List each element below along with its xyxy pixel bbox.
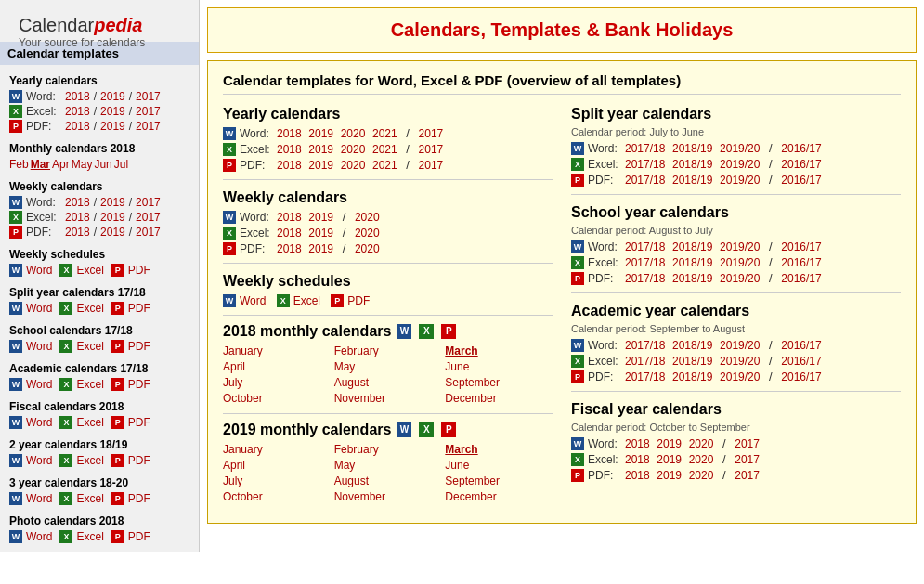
yearly-word-2020[interactable]: 2020 [341, 127, 366, 140]
sidebar-3year-word[interactable]: Word [26, 492, 52, 505]
yearly-excel-2017[interactable]: 2017 [419, 143, 444, 156]
fiscal-word-2019[interactable]: 2019 [657, 437, 682, 450]
sidebar-ws-excel[interactable]: Excel [76, 264, 103, 277]
sidebar-2year-pdf[interactable]: PDF [128, 454, 150, 467]
month-2018-jul[interactable]: July [223, 375, 331, 390]
school-pdf-1819[interactable]: 2018/19 [672, 272, 712, 285]
yearly-word-2018[interactable]: 2018 [277, 127, 302, 140]
sidebar-academic-pdf[interactable]: PDF [128, 378, 150, 391]
month-2019-may[interactable]: May [334, 458, 442, 473]
sidebar-weekly-excel-2018[interactable]: 2018 [65, 211, 90, 224]
fiscal-pdf-2018[interactable]: 2018 [625, 469, 650, 482]
sidebar-weekly-word-2019[interactable]: 2019 [100, 196, 125, 209]
sidebar-fiscal2018-excel[interactable]: Excel [76, 416, 103, 429]
split-pdf-1920[interactable]: 2019/20 [720, 174, 760, 187]
sidebar-weekly-excel-2017[interactable]: 2017 [136, 211, 161, 224]
sidebar-yearly-pdf-2018[interactable]: 2018 [65, 120, 90, 133]
yearly-pdf-2021[interactable]: 2021 [372, 159, 397, 172]
sidebar-weekly-word-2017[interactable]: 2017 [136, 196, 161, 209]
month-2019-oct[interactable]: October [223, 489, 331, 504]
yearly-word-2021[interactable]: 2021 [372, 127, 397, 140]
month-2019-jan[interactable]: January [223, 442, 331, 457]
split-word-1819[interactable]: 2018/19 [672, 142, 712, 155]
fiscal-excel-2019[interactable]: 2019 [657, 453, 682, 466]
school-pdf-1718[interactable]: 2017/18 [625, 272, 665, 285]
main-ws-word[interactable]: Word [240, 294, 266, 307]
fiscal-pdf-2019[interactable]: 2019 [657, 469, 682, 482]
yearly-excel-2018[interactable]: 2018 [277, 143, 302, 156]
main-ws-excel[interactable]: Excel [293, 294, 320, 307]
weekly-excel-2018[interactable]: 2018 [277, 227, 302, 240]
academic-excel-1617[interactable]: 2016/17 [781, 355, 821, 368]
month-2018-may[interactable]: May [334, 359, 442, 374]
school-excel-1819[interactable]: 2018/19 [672, 256, 712, 269]
school-excel-1718[interactable]: 2017/18 [625, 256, 665, 269]
sidebar-fiscal2018-pdf[interactable]: PDF [128, 416, 150, 429]
split-word-1920[interactable]: 2019/20 [720, 142, 760, 155]
sidebar-yearly-excel-2017[interactable]: 2017 [136, 105, 161, 118]
yearly-excel-2019[interactable]: 2019 [308, 143, 333, 156]
sidebar-yearly-pdf-2017[interactable]: 2017 [136, 120, 161, 133]
sidebar-3year-pdf[interactable]: PDF [128, 492, 150, 505]
sidebar-2year-word[interactable]: Word [26, 454, 52, 467]
sidebar-month-may[interactable]: May [72, 158, 93, 171]
split-word-1718[interactable]: 2017/18 [625, 142, 665, 155]
month-2019-feb[interactable]: February [334, 442, 442, 457]
school-pdf-1617[interactable]: 2016/17 [781, 272, 821, 285]
month-2018-sep[interactable]: September [445, 375, 553, 390]
main-ws-pdf[interactable]: PDF [347, 294, 370, 307]
sidebar-yearly-excel-2019[interactable]: 2019 [100, 105, 125, 118]
yearly-excel-2020[interactable]: 2020 [341, 143, 366, 156]
month-2018-oct[interactable]: October [223, 391, 331, 406]
yearly-word-2017[interactable]: 2017 [419, 127, 444, 140]
school-word-1617[interactable]: 2016/17 [781, 240, 821, 253]
split-excel-1920[interactable]: 2019/20 [720, 158, 760, 171]
school-excel-1920[interactable]: 2019/20 [720, 256, 760, 269]
sidebar-academic-word[interactable]: Word [26, 378, 52, 391]
sidebar-2year-excel[interactable]: Excel [76, 454, 103, 467]
weekly-word-2019[interactable]: 2019 [308, 211, 333, 224]
sidebar-month-feb[interactable]: Feb [9, 158, 29, 171]
school-word-1718[interactable]: 2017/18 [625, 240, 665, 253]
weekly-pdf-2020[interactable]: 2020 [355, 242, 380, 255]
academic-excel-1718[interactable]: 2017/18 [625, 355, 665, 368]
yearly-pdf-2017[interactable]: 2017 [419, 159, 444, 172]
month-2018-aug[interactable]: August [334, 375, 442, 390]
sidebar-photo2018-word[interactable]: Word [26, 530, 52, 543]
fiscal-pdf-2020[interactable]: 2020 [689, 469, 714, 482]
split-excel-1819[interactable]: 2018/19 [672, 158, 712, 171]
academic-pdf-1718[interactable]: 2017/18 [625, 370, 665, 383]
sidebar-academic-excel[interactable]: Excel [76, 378, 103, 391]
fiscal-pdf-2017[interactable]: 2017 [735, 469, 760, 482]
split-pdf-1819[interactable]: 2018/19 [672, 174, 712, 187]
month-2018-apr[interactable]: April [223, 359, 331, 374]
yearly-pdf-2019[interactable]: 2019 [308, 159, 333, 172]
month-2018-nov[interactable]: November [334, 391, 442, 406]
month-2019-jul[interactable]: July [223, 474, 331, 488]
month-2019-aug[interactable]: August [334, 474, 442, 488]
sidebar-photo2018-pdf[interactable]: PDF [128, 530, 150, 543]
sidebar-ws-word[interactable]: Word [26, 264, 52, 277]
school-word-1819[interactable]: 2018/19 [672, 240, 712, 253]
academic-word-1819[interactable]: 2018/19 [672, 339, 712, 352]
sidebar-weekly-excel-2019[interactable]: 2019 [100, 211, 125, 224]
sidebar-fiscal2018-word[interactable]: Word [26, 416, 52, 429]
academic-pdf-1819[interactable]: 2018/19 [672, 370, 712, 383]
sidebar-weekly-pdf-2018[interactable]: 2018 [65, 226, 90, 239]
split-excel-1617[interactable]: 2016/17 [781, 158, 821, 171]
sidebar-weekly-word-2018[interactable]: 2018 [65, 196, 90, 209]
sidebar-school-pdf[interactable]: PDF [128, 340, 150, 353]
fiscal-excel-2018[interactable]: 2018 [625, 453, 650, 466]
academic-word-1920[interactable]: 2019/20 [720, 339, 760, 352]
month-2019-sep[interactable]: September [445, 474, 553, 488]
academic-word-1617[interactable]: 2016/17 [781, 339, 821, 352]
month-2019-dec[interactable]: December [445, 489, 553, 504]
month-2018-feb[interactable]: February [334, 344, 442, 358]
split-word-1617[interactable]: 2016/17 [781, 142, 821, 155]
sidebar-school-word[interactable]: Word [26, 340, 52, 353]
weekly-excel-2019[interactable]: 2019 [308, 227, 333, 240]
weekly-pdf-2018[interactable]: 2018 [277, 242, 302, 255]
yearly-word-2019[interactable]: 2019 [308, 127, 333, 140]
sidebar-month-jul[interactable]: Jul [114, 158, 128, 171]
sidebar-yearly-excel-2018[interactable]: 2018 [65, 105, 90, 118]
